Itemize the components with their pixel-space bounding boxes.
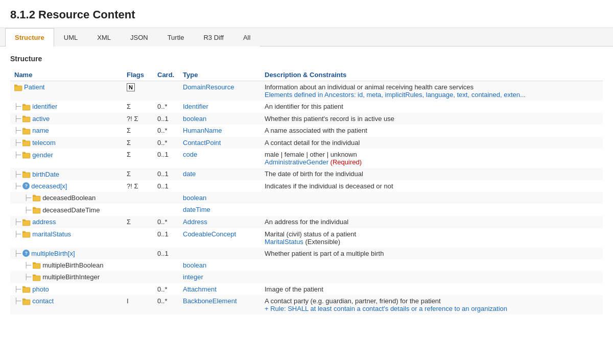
type-link[interactable]: Identifier: [183, 103, 208, 110]
row-flags: Σ: [123, 101, 153, 113]
type-link[interactable]: boolean: [183, 261, 206, 269]
desc-text: An address for the individual: [265, 218, 348, 226]
row-name-link[interactable]: maritalStatus: [32, 230, 71, 238]
folder-icon: [22, 297, 31, 305]
row-name-link[interactable]: Patient: [24, 83, 44, 91]
row-type: DomainResource: [179, 81, 261, 101]
folder-icon: [22, 115, 31, 123]
type-link[interactable]: date: [183, 170, 196, 178]
row-flags: [123, 271, 153, 283]
svg-rect-10: [22, 232, 30, 237]
svg-rect-13: [22, 287, 30, 293]
row-name-link[interactable]: identifier: [32, 103, 57, 110]
svg-rect-1: [22, 105, 30, 110]
desc-text: A name associated with the patient: [265, 127, 367, 134]
row-description: An address for the individual: [261, 216, 603, 228]
table-row: ├─ multipleBirthIntegerinteger: [10, 271, 603, 283]
tree-indent-1: ├─: [14, 298, 21, 304]
type-link[interactable]: HumanName: [183, 127, 222, 134]
table-row: ├─ deceasedBooleanboolean: [10, 192, 603, 204]
flag-box: N: [127, 83, 135, 91]
folder-icon: [14, 83, 22, 91]
row-flags: [123, 259, 153, 272]
tab-structure[interactable]: Structure: [5, 28, 54, 46]
col-header-type: Type: [179, 69, 261, 81]
table-row: ├─ identifierΣ0..*IdentifierAn identifie…: [10, 101, 603, 113]
type-link[interactable]: integer: [183, 273, 203, 281]
tab-json[interactable]: JSON: [121, 28, 158, 46]
type-link[interactable]: DomainResource: [183, 83, 234, 91]
row-type: Address: [179, 216, 261, 228]
row-flags: [123, 204, 153, 216]
tab-xml[interactable]: XML: [87, 28, 121, 46]
svg-rect-9: [22, 221, 30, 226]
row-cardinality: 0..1: [153, 149, 179, 168]
row-type: BackboneElement: [179, 295, 261, 314]
tab-uml[interactable]: UML: [54, 28, 87, 46]
folder-icon: [22, 170, 31, 178]
folder-icon: [22, 218, 31, 226]
row-type: Identifier: [179, 101, 261, 113]
desc-link[interactable]: AdministrativeGender: [265, 158, 328, 166]
row-description: A contact party (e.g. guardian, partner,…: [261, 295, 603, 314]
row-name-link[interactable]: multipleBirth[x]: [31, 250, 75, 257]
row-name-link[interactable]: deceased[x]: [31, 182, 67, 190]
type-link[interactable]: Attachment: [183, 285, 217, 293]
row-name-link[interactable]: photo: [32, 285, 49, 293]
circle-q-icon: ?: [22, 250, 30, 257]
tree-indent-1: ├─: [14, 286, 21, 293]
type-link[interactable]: ContactPoint: [183, 139, 221, 147]
row-cardinality: 0..*: [153, 283, 179, 296]
type-link[interactable]: CodeableConcept: [183, 230, 236, 238]
desc-text: Whether patient is part of a multiple bi…: [265, 250, 384, 257]
row-cardinality: [153, 259, 179, 272]
page-title: 8.1.2 Resource Content: [0, 0, 613, 28]
row-name-link[interactable]: name: [32, 127, 49, 134]
tree-indent-2: ├─: [14, 207, 31, 213]
tree-indent-1: ├─: [14, 219, 21, 225]
type-link[interactable]: Address: [183, 218, 207, 226]
type-link[interactable]: dateTime: [183, 206, 210, 213]
table-row: ├─ nameΣ0..*HumanNameA name associated w…: [10, 125, 603, 137]
row-name-link[interactable]: gender: [32, 151, 53, 159]
row-name-link[interactable]: contact: [32, 297, 54, 305]
type-link[interactable]: code: [183, 151, 197, 158]
tree-indent-1: ├─: [14, 171, 21, 178]
section-title: Structure: [10, 55, 603, 63]
table-row: ├─ telecomΣ0..*ContactPointA contact det…: [10, 137, 603, 149]
tree-indent-2: ├─: [14, 195, 31, 201]
structure-table: Name Flags Card. Type Description & Cons…: [10, 69, 603, 314]
row-description: The date of birth for the individual: [261, 168, 603, 180]
row-name-link[interactable]: address: [32, 218, 56, 226]
table-row: ├─ contactI0..*BackboneElementA contact …: [10, 295, 603, 314]
desc-link[interactable]: MaritalStatus: [265, 238, 303, 246]
tree-indent-1: ├─: [14, 139, 21, 146]
row-name-link[interactable]: telecom: [32, 139, 56, 147]
folder-icon: [22, 230, 31, 238]
row-description: A name associated with the patient: [261, 125, 603, 137]
table-row: ├─ deceasedDateTimedateTime: [10, 204, 603, 216]
row-name-link[interactable]: birthDate: [32, 171, 59, 178]
table-row: ├─ addressΣ0..*AddressAn address for the…: [10, 216, 603, 228]
row-cardinality: 0..1: [153, 168, 179, 180]
svg-rect-12: [33, 276, 40, 281]
type-link[interactable]: BackboneElement: [183, 297, 237, 305]
row-description: Image of the patient: [261, 283, 603, 296]
tree-indent-1: ├─: [14, 103, 21, 110]
row-description: Marital (civil) status of a patientMarit…: [261, 228, 603, 248]
row-cardinality: 0..1: [153, 248, 179, 259]
tab-turtle[interactable]: Turtle: [158, 28, 194, 46]
desc-text: male | female | other | unknown: [265, 151, 357, 158]
folder-icon: [33, 206, 41, 214]
row-name-link[interactable]: active: [32, 115, 50, 123]
folder-icon: [22, 285, 31, 294]
type-link[interactable]: boolean: [183, 115, 206, 123]
table-row: PatientNDomainResourceInformation about …: [10, 81, 603, 101]
type-link[interactable]: boolean: [183, 194, 206, 202]
row-type: code: [179, 149, 261, 168]
row-flags: [123, 192, 153, 204]
row-name-text: multipleBirthBoolean: [42, 261, 103, 269]
table-row: ├─?multipleBirth[x]0..1Whether patient i…: [10, 248, 603, 259]
tab-r3diff[interactable]: R3 Diff: [194, 28, 233, 46]
tab-all[interactable]: All: [233, 28, 260, 46]
